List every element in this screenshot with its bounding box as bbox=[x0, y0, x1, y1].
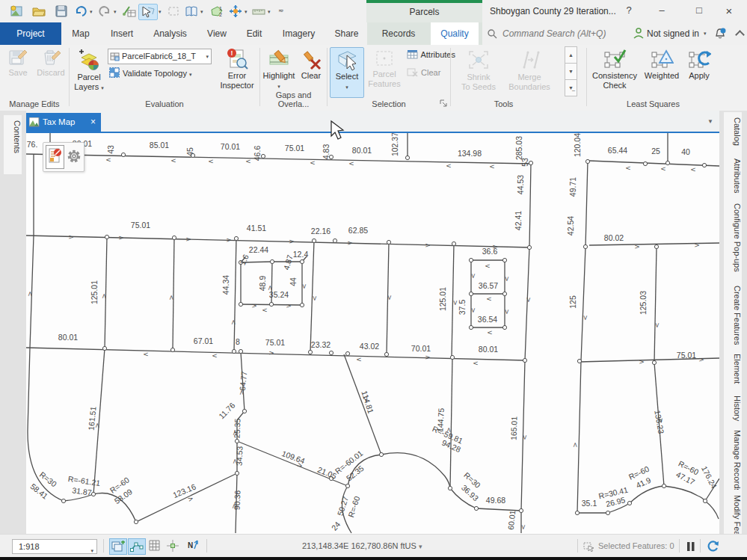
direction-arrow: > bbox=[118, 234, 124, 241]
create-features-icon[interactable]: 12 bbox=[209, 4, 224, 19]
new-project-icon[interactable] bbox=[9, 4, 24, 19]
help-button[interactable]: ? bbox=[619, 4, 639, 16]
undo-dropdown[interactable]: ▾ bbox=[90, 9, 93, 15]
parcel-fabric-combo[interactable]: ParcelFabric6_18_T ▾ bbox=[108, 49, 212, 64]
tab-map[interactable]: Map bbox=[62, 22, 99, 45]
tab-analysis[interactable]: Analysis bbox=[144, 22, 196, 45]
measure-dropdown[interactable]: ▾ bbox=[268, 9, 271, 15]
map-dimension-label: 75.01 bbox=[131, 221, 150, 230]
element-pane-tab[interactable]: Element bbox=[724, 348, 742, 393]
tab-project[interactable]: Project bbox=[0, 22, 61, 45]
pause-drawing-icon[interactable] bbox=[686, 541, 696, 552]
bookmarks-dropdown[interactable]: ▾ bbox=[200, 9, 203, 15]
refresh-icon[interactable] bbox=[706, 540, 719, 553]
topology-table-icon[interactable] bbox=[122, 4, 137, 19]
bookmarks-icon[interactable] bbox=[184, 4, 199, 19]
shrink-to-seeds-button: ShrinkTo Seeds bbox=[457, 47, 500, 92]
tab-insert[interactable]: Insert bbox=[100, 22, 144, 45]
close-button[interactable]: × bbox=[719, 4, 739, 17]
configure-popups-pane-tab[interactable]: Configure Pop-ups bbox=[724, 198, 742, 281]
selected-features-count[interactable]: Selected Features: 0 bbox=[598, 541, 674, 550]
select-button[interactable]: Select▾ bbox=[330, 47, 364, 98]
scale-dropdown-icon[interactable]: ▾ bbox=[90, 544, 93, 558]
tab-imagery[interactable]: Imagery bbox=[271, 22, 326, 45]
grid-toggle-button[interactable] bbox=[147, 538, 163, 553]
gallery-scroll-up[interactable]: ▲ bbox=[565, 46, 577, 64]
settings-gear-icon[interactable] bbox=[66, 147, 82, 166]
apply-button[interactable]: Apply bbox=[683, 47, 716, 81]
attributes-pane-tab[interactable]: Attributes bbox=[724, 153, 742, 199]
qat-customize-icon[interactable]: ≂ bbox=[278, 7, 284, 14]
command-search[interactable] bbox=[488, 22, 626, 45]
measure-icon[interactable] bbox=[251, 4, 266, 19]
tab-view[interactable]: View bbox=[197, 22, 237, 45]
map-dimension-label: 70.01 bbox=[221, 142, 240, 151]
weighted-button[interactable]: Weighted bbox=[641, 47, 683, 81]
map-dimension-label: 34.53 bbox=[235, 446, 245, 466]
highlight-button[interactable]: Highlight▾ bbox=[262, 47, 296, 91]
history-pane-tab[interactable]: History bbox=[724, 390, 742, 427]
gallery-scroll-down[interactable]: ▼ bbox=[565, 63, 577, 80]
attributes-button[interactable]: Attributes bbox=[407, 49, 455, 64]
combo-dropdown-icon[interactable]: ▾ bbox=[206, 54, 209, 60]
redo-icon[interactable] bbox=[97, 4, 112, 19]
tab-records[interactable]: Records bbox=[367, 22, 430, 45]
gallery-expand[interactable]: ▼̲ bbox=[565, 79, 577, 96]
view-tab-close-icon[interactable]: × bbox=[90, 117, 96, 127]
consistency-check-button[interactable]: ConsistencyCheck bbox=[590, 47, 639, 90]
select-tool-active[interactable] bbox=[138, 4, 158, 20]
parcel-layers-button[interactable]: ParcelLayers ▾ bbox=[72, 47, 106, 93]
signin-status-label[interactable]: Not signed in bbox=[647, 28, 699, 39]
select-tool-dropdown[interactable]: ▾ bbox=[159, 9, 162, 15]
map-dimension-label: 80.01 bbox=[352, 146, 372, 155]
north-arrow-button[interactable]: N bbox=[184, 538, 200, 553]
create-features-pane-tab[interactable]: Create Features bbox=[724, 280, 742, 351]
add-map-frame-button[interactable] bbox=[109, 538, 127, 555]
map-dimension-label: 48.9 bbox=[258, 276, 267, 292]
selection-dialog-launcher[interactable] bbox=[440, 99, 448, 108]
map-canvas[interactable]: >>>>>>>>>>>>>>>>>>>>>>>>>>>>>>>>>>>>>>>>… bbox=[26, 133, 719, 534]
contents-pane-tab[interactable]: Contents bbox=[4, 115, 22, 174]
direction-arrow: > bbox=[68, 233, 74, 241]
catalog-pane-tab[interactable]: Catalog bbox=[724, 112, 742, 153]
view-list-dropdown-icon[interactable]: ▼ bbox=[707, 118, 713, 125]
search-input[interactable] bbox=[501, 28, 624, 40]
scale-combo[interactable]: 1:918 ▾ bbox=[12, 539, 97, 554]
map-dimension-label: 25.35 bbox=[233, 418, 242, 438]
map-dimension-label: 62.85 bbox=[348, 226, 368, 235]
tax-map-view-tab[interactable]: Tax Map × bbox=[26, 113, 101, 132]
maximize-button[interactable]: □ bbox=[689, 4, 709, 16]
group-label-tools: Tools bbox=[451, 99, 556, 108]
parcel-select-icon[interactable] bbox=[166, 4, 181, 19]
open-project-icon[interactable] bbox=[31, 4, 46, 19]
tab-quality[interactable]: Quality bbox=[431, 22, 479, 45]
notifications-bell-icon[interactable] bbox=[714, 28, 726, 40]
coordinates-display[interactable]: 213,148.34E 162,780.86N ftUS ▾ bbox=[302, 541, 422, 550]
map-dimension-label: 43 bbox=[106, 145, 115, 154]
undo-icon[interactable] bbox=[73, 4, 88, 19]
tab-share[interactable]: Share bbox=[327, 22, 366, 45]
validate-topology-button[interactable]: Validate Topology ▾ bbox=[109, 67, 191, 82]
collapse-ribbon-icon[interactable] bbox=[735, 30, 745, 40]
snapping-toggle-button[interactable] bbox=[128, 538, 146, 555]
minimize-button[interactable]: – bbox=[652, 4, 671, 16]
group-label-gaps: Gaps and Overla... bbox=[260, 90, 327, 108]
group-label-selection: Selection bbox=[328, 99, 450, 108]
manage-records-pane-tab[interactable]: Manage Records bbox=[724, 425, 742, 491]
parcel-vertex bbox=[527, 245, 531, 249]
error-layer-toggle-button[interactable] bbox=[46, 145, 64, 169]
clear-highlight-button[interactable]: Clear bbox=[298, 47, 325, 81]
save-project-icon[interactable] bbox=[54, 4, 69, 19]
crosshair-button[interactable] bbox=[165, 538, 181, 553]
error-inspector-button[interactable]: ! ErrorInspector bbox=[216, 47, 258, 90]
explore-pan-icon[interactable] bbox=[228, 4, 243, 19]
redo-dropdown[interactable]: ▾ bbox=[114, 9, 117, 15]
tab-edit[interactable]: Edit bbox=[238, 22, 271, 45]
tools-gallery-scroll[interactable]: ▲ ▼ ▼̲ bbox=[565, 46, 577, 96]
shrink-to-seeds-icon bbox=[466, 48, 491, 72]
direction-arrow: > bbox=[311, 295, 319, 301]
signin-dropdown[interactable]: ▾ bbox=[704, 31, 707, 37]
map-dimension-label: 44 bbox=[289, 277, 298, 286]
direction-arrow: > bbox=[100, 293, 108, 299]
explore-dropdown[interactable]: ▾ bbox=[245, 9, 248, 15]
